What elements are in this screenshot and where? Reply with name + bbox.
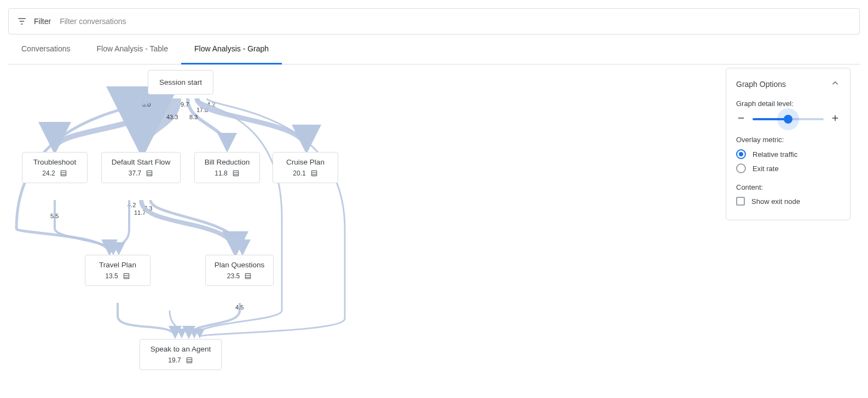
tab-conversations[interactable]: Conversations xyxy=(8,34,84,65)
node-title: Plan Questions xyxy=(213,261,265,269)
graph-options-panel: Graph Options Graph detail level: Overla… xyxy=(726,68,850,220)
table-icon[interactable] xyxy=(60,169,67,177)
node-session-start[interactable]: Session start xyxy=(148,70,213,95)
svg-rect-6 xyxy=(147,171,152,175)
graph-options-title: Graph Options xyxy=(736,80,786,89)
node-title: Session start xyxy=(154,78,207,86)
table-icon[interactable] xyxy=(123,272,130,280)
radio-exit-rate[interactable]: Exit rate xyxy=(736,163,840,173)
node-title: Cruise Plan xyxy=(281,158,330,166)
svg-rect-21 xyxy=(187,358,192,362)
flow-graph-canvas[interactable]: 19.4 43.3 8.0 9.7 8.3 17.0 4.2 5.5 4.2 1… xyxy=(0,65,868,398)
node-title: Default Start Flow xyxy=(109,158,172,166)
node-plan-questions[interactable]: Plan Questions 23.5 xyxy=(205,255,274,286)
table-icon[interactable] xyxy=(244,272,252,280)
svg-rect-9 xyxy=(233,171,238,175)
node-troubleshoot[interactable]: Troubleshoot 24.2 xyxy=(22,152,88,183)
node-value: 37.7 xyxy=(129,169,141,177)
detail-decrease-button[interactable] xyxy=(736,113,746,125)
node-title: Bill Reduction xyxy=(202,158,252,166)
detail-slider[interactable] xyxy=(753,118,824,120)
node-speak-to-agent[interactable]: Speak to an Agent 19.7 xyxy=(140,339,222,370)
svg-rect-15 xyxy=(124,273,129,278)
edge-label-9-7: 9.7 xyxy=(181,101,189,108)
table-icon[interactable] xyxy=(310,169,318,177)
edge-label-5-5: 5.5 xyxy=(50,213,59,219)
node-value: 20.1 xyxy=(293,169,305,177)
radio-relative-traffic[interactable]: Relative traffic xyxy=(736,149,840,159)
node-cruise-plan[interactable]: Cruise Plan 20.1 xyxy=(273,152,338,183)
svg-rect-12 xyxy=(311,171,316,175)
filter-label: Filter xyxy=(34,17,51,26)
node-default-start-flow[interactable]: Default Start Flow 37.7 xyxy=(101,152,181,183)
node-value: 11.8 xyxy=(215,169,227,177)
chevron-up-icon[interactable] xyxy=(830,78,840,90)
edge-label-4-5: 4.5 xyxy=(235,304,244,311)
edge-label-19-4: 19.4 xyxy=(153,107,165,113)
table-icon[interactable] xyxy=(186,356,193,364)
radio-label: Relative traffic xyxy=(753,150,797,159)
node-bill-reduction[interactable]: Bill Reduction 11.8 xyxy=(194,152,260,183)
radio-label: Exit rate xyxy=(753,165,779,173)
node-value: 13.5 xyxy=(105,272,118,280)
svg-rect-3 xyxy=(61,171,66,175)
radio-icon xyxy=(736,149,746,159)
node-title: Speak to an Agent xyxy=(148,345,213,353)
edge-label-43-3: 43.3 xyxy=(166,114,178,120)
node-travel-plan[interactable]: Travel Plan 13.5 xyxy=(85,255,151,286)
svg-rect-18 xyxy=(246,273,251,278)
checkbox-show-exit-node[interactable]: Show exit node xyxy=(736,197,840,206)
tab-flow-analysis-table[interactable]: Flow Analysis - Table xyxy=(84,34,181,65)
detail-increase-button[interactable] xyxy=(830,113,840,125)
filter-list-icon xyxy=(16,16,27,27)
node-title: Troubleshoot xyxy=(30,158,79,166)
graph-detail-level-label: Graph detail level: xyxy=(736,99,840,108)
checkbox-icon xyxy=(736,197,745,206)
overlay-metric-label: Overlay metric: xyxy=(736,136,840,144)
content-label: Content: xyxy=(736,183,840,191)
table-icon[interactable] xyxy=(232,169,240,177)
node-value: 24.2 xyxy=(42,169,55,177)
radio-icon xyxy=(736,163,746,173)
node-title: Travel Plan xyxy=(93,261,142,269)
node-value: 23.5 xyxy=(227,272,240,280)
tabs-bar: Conversations Flow Analysis - Table Flow… xyxy=(8,34,860,65)
tab-flow-analysis-graph[interactable]: Flow Analysis - Graph xyxy=(181,34,282,65)
filter-bar: Filter xyxy=(8,8,860,34)
checkbox-label: Show exit node xyxy=(751,197,800,206)
slider-thumb[interactable] xyxy=(784,115,792,124)
node-value: 19.7 xyxy=(168,356,181,364)
edge-label-8-3: 8.3 xyxy=(189,114,198,120)
filter-input[interactable] xyxy=(59,16,852,26)
table-icon[interactable] xyxy=(146,169,153,177)
